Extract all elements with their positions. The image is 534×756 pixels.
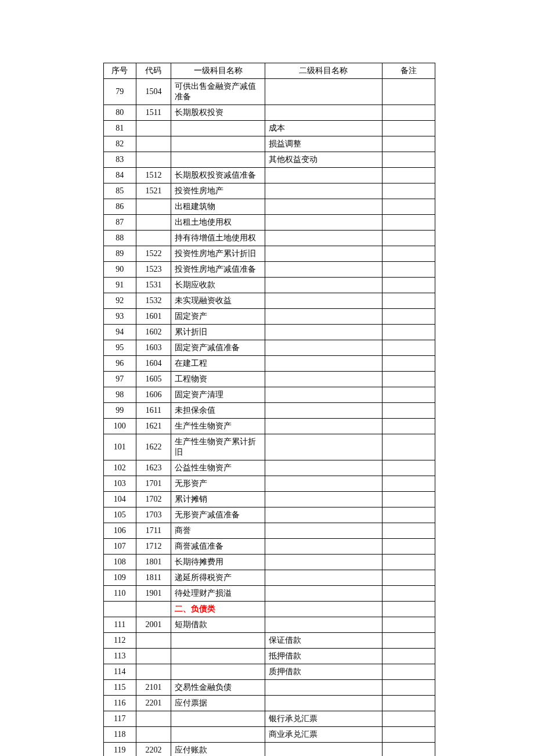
cell-seq: 115 — [104, 680, 136, 696]
cell-note — [383, 152, 435, 168]
cell-level2 — [265, 403, 382, 419]
table-row: 114质押借款 — [104, 664, 435, 680]
cell-code — [136, 199, 171, 215]
cell-seq: 100 — [104, 419, 136, 434]
cell-level2 — [265, 434, 382, 460]
cell-seq: 80 — [104, 105, 136, 121]
cell-seq: 96 — [104, 356, 136, 372]
cell-level2 — [265, 602, 382, 617]
table-row: 1041702累计摊销 — [104, 492, 435, 507]
table-row: 81成本 — [104, 121, 435, 136]
table-row: 87出租土地使用权 — [104, 215, 435, 231]
cell-note — [383, 680, 435, 696]
table-row: 941602累计折旧 — [104, 325, 435, 340]
table-row: 801511长期股权投资 — [104, 105, 435, 121]
cell-level2 — [265, 586, 382, 602]
cell-level1: 生产性生物资产累计折旧 — [171, 434, 265, 460]
cell-seq: 81 — [104, 121, 136, 136]
cell-seq: 92 — [104, 293, 136, 309]
cell-note — [383, 340, 435, 356]
cell-level2 — [265, 680, 382, 696]
table-body: 791504可供出售金融资产减值准备801511长期股权投资81成本82损益调整… — [104, 79, 435, 757]
cell-level2: 损益调整 — [265, 136, 382, 152]
cell-level2 — [265, 215, 382, 231]
cell-seq: 82 — [104, 136, 136, 152]
cell-seq: 119 — [104, 743, 136, 757]
header-code: 代码 — [136, 63, 171, 79]
cell-note — [383, 633, 435, 649]
cell-seq: 108 — [104, 555, 136, 570]
cell-level1: 未实现融资收益 — [171, 293, 265, 309]
cell-level1: 长期股权投资 — [171, 105, 265, 121]
cell-level2 — [265, 696, 382, 711]
table-row: 911531长期应收款 — [104, 278, 435, 293]
cell-code: 1621 — [136, 419, 171, 434]
cell-level2: 其他权益变动 — [265, 152, 382, 168]
cell-code: 1611 — [136, 403, 171, 419]
table-row: 1011622生产性生物资产累计折旧 — [104, 434, 435, 460]
cell-code: 1702 — [136, 492, 171, 507]
cell-level1: 生产性生物资产 — [171, 419, 265, 434]
cell-level1: 工程物资 — [171, 372, 265, 387]
cell-seq: 99 — [104, 403, 136, 419]
cell-code: 1511 — [136, 105, 171, 121]
cell-level2 — [265, 183, 382, 199]
table-row: 971605工程物资 — [104, 372, 435, 387]
cell-code: 1604 — [136, 356, 171, 372]
cell-note — [383, 696, 435, 711]
cell-code: 1811 — [136, 570, 171, 586]
header-level2: 二级科目名称 — [265, 63, 382, 79]
table-row: 1152101交易性金融负债 — [104, 680, 435, 696]
cell-level1: 持有待增值土地使用权 — [171, 231, 265, 246]
table-row: 1192202应付账款 — [104, 743, 435, 757]
cell-level2 — [265, 570, 382, 586]
table-row: 1071712商誉减值准备 — [104, 539, 435, 555]
cell-code — [136, 664, 171, 680]
cell-note — [383, 278, 435, 293]
cell-level1: 商誉 — [171, 523, 265, 539]
table-row: 931601固定资产 — [104, 309, 435, 325]
cell-note — [383, 570, 435, 586]
cell-note — [383, 121, 435, 136]
cell-note — [383, 586, 435, 602]
cell-seq: 90 — [104, 262, 136, 278]
cell-level1: 累计摊销 — [171, 492, 265, 507]
cell-level2: 保证借款 — [265, 633, 382, 649]
cell-note — [383, 372, 435, 387]
cell-level1: 固定资产减值准备 — [171, 340, 265, 356]
table-header-row: 序号 代码 一级科目名称 二级科目名称 备注 — [104, 63, 435, 79]
cell-note — [383, 523, 435, 539]
cell-note — [383, 476, 435, 492]
cell-code: 1711 — [136, 523, 171, 539]
cell-level2 — [265, 476, 382, 492]
table-row: 二、负债类 — [104, 602, 435, 617]
cell-level2 — [265, 507, 382, 523]
document-page: 序号 代码 一级科目名称 二级科目名称 备注 791504可供出售金融资产减值准… — [0, 0, 534, 756]
cell-level2 — [265, 460, 382, 476]
cell-code: 1531 — [136, 278, 171, 293]
table-row: 1021623公益性生物资产 — [104, 460, 435, 476]
cell-code — [136, 136, 171, 152]
cell-note — [383, 105, 435, 121]
cell-level1: 在建工程 — [171, 356, 265, 372]
table-header: 序号 代码 一级科目名称 二级科目名称 备注 — [104, 63, 435, 79]
cell-code — [136, 649, 171, 664]
cell-note — [383, 262, 435, 278]
cell-level2 — [265, 79, 382, 105]
cell-level2 — [265, 555, 382, 570]
cell-code: 1603 — [136, 340, 171, 356]
cell-note — [383, 199, 435, 215]
cell-level1 — [171, 136, 265, 152]
cell-seq: 104 — [104, 492, 136, 507]
header-note: 备注 — [383, 63, 435, 79]
cell-note — [383, 403, 435, 419]
table-row: 113抵押借款 — [104, 649, 435, 664]
cell-note — [383, 79, 435, 105]
cell-level1: 投资性房地产 — [171, 183, 265, 199]
cell-level1 — [171, 727, 265, 743]
table-row: 841512长期股权投资减值准备 — [104, 168, 435, 183]
cell-note — [383, 617, 435, 633]
table-row: 991611未担保余值 — [104, 403, 435, 419]
cell-seq: 113 — [104, 649, 136, 664]
cell-code — [136, 711, 171, 727]
